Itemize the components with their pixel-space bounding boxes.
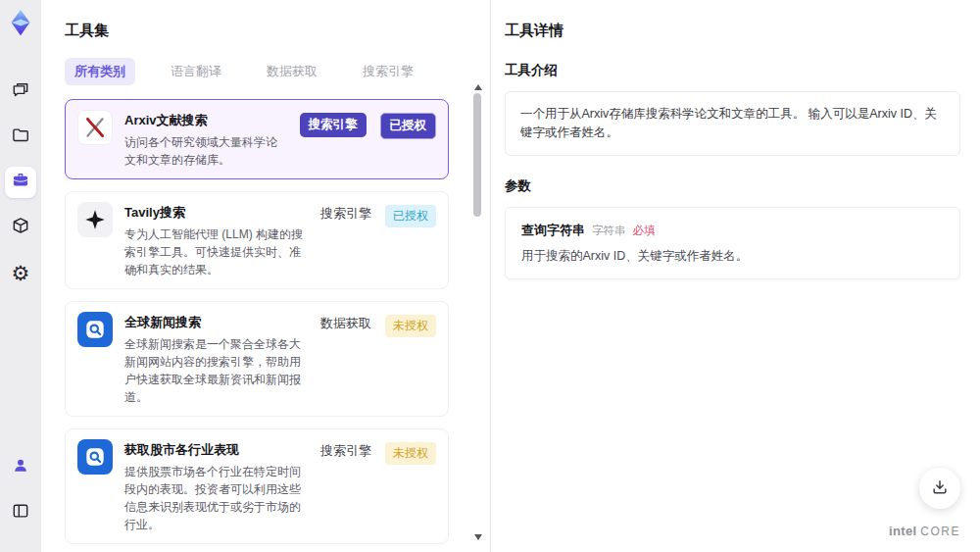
intel-core-logo: intel CORE bbox=[889, 524, 960, 538]
sidebar-item-settings[interactable]: ⚙ bbox=[5, 257, 36, 288]
app-window: ⚙ 工具集 所有类别语言翻译数据获取搜索引擎 bbox=[0, 0, 980, 552]
tool-category-tag: 搜索引擎 bbox=[300, 113, 367, 137]
param-card: 查询字符串 字符串 必填 用于搜索的Arxiv ID、关键字或作者姓名。 bbox=[505, 207, 960, 279]
tool-description: 专为人工智能代理 (LLM) 构建的搜索引擎工具。可快速提供实时、准确和真实的结… bbox=[124, 226, 309, 278]
tool-title: Tavily搜索 bbox=[124, 204, 309, 222]
scrollbar-up-arrow[interactable] bbox=[474, 84, 482, 90]
sidebar-item-files[interactable] bbox=[5, 122, 36, 153]
tool-title: 获取股市各行业表现 bbox=[124, 441, 309, 459]
param-name: 查询字符串 bbox=[521, 222, 585, 239]
sidebar-item-panel-toggle[interactable] bbox=[5, 497, 36, 528]
tool-description: 提供股票市场各个行业在特定时间段内的表现。投资者可以利用这些信息来识别表现优于或… bbox=[124, 463, 309, 533]
param-type: 字符串 bbox=[592, 224, 626, 238]
tool-auth-badge: 未授权 bbox=[385, 315, 436, 337]
detail-title: 工具详情 bbox=[505, 22, 960, 40]
tool-title: 全球新闻搜索 bbox=[124, 314, 309, 331]
sidebar-item-chat[interactable] bbox=[5, 76, 36, 108]
param-required-badge: 必填 bbox=[633, 224, 656, 238]
sidebar-item-tools[interactable] bbox=[5, 167, 36, 198]
category-tab[interactable]: 所有类别 bbox=[65, 58, 135, 85]
sidebar: ⚙ bbox=[0, 0, 41, 552]
download-icon bbox=[930, 477, 950, 500]
category-tab[interactable]: 数据获取 bbox=[257, 58, 327, 85]
news-search-icon bbox=[77, 439, 113, 475]
tool-category-tag: 搜索引擎 bbox=[320, 205, 371, 223]
category-tab[interactable]: 搜索引擎 bbox=[353, 58, 423, 85]
tool-list: Arxiv文献搜索 访问各个研究领域大量科学论文和文章的存储库。 搜索引擎 已授… bbox=[65, 99, 461, 552]
sidebar-item-account[interactable] bbox=[5, 452, 36, 483]
intel-wordmark: intel bbox=[889, 524, 916, 538]
package-icon bbox=[11, 216, 30, 239]
briefcase-icon bbox=[11, 171, 30, 194]
list-scrollbar[interactable] bbox=[472, 84, 482, 540]
page-title: 工具集 bbox=[65, 22, 461, 40]
tool-auth-badge: 已授权 bbox=[380, 113, 437, 139]
panel-toggle-icon bbox=[11, 501, 30, 525]
app-logo bbox=[6, 8, 35, 37]
tool-title: Arxiv文献搜索 bbox=[124, 112, 288, 129]
tool-description: 全球新闻搜索是一个聚合全球各大新闻网站内容的搜索引擎，帮助用户快速获取全球最新资… bbox=[124, 335, 309, 406]
core-wordmark: CORE bbox=[920, 525, 960, 538]
intro-text: 一个用于从Arxiv存储库搜索科学论文和文章的工具。 输入可以是Arxiv ID… bbox=[505, 91, 960, 156]
category-tab[interactable]: 语言翻译 bbox=[161, 58, 231, 85]
scrollbar-thumb[interactable] bbox=[473, 93, 481, 217]
gear-icon: ⚙ bbox=[12, 263, 30, 283]
category-tabs: 所有类别语言翻译数据获取搜索引擎 bbox=[65, 58, 461, 85]
tool-category-tag: 数据获取 bbox=[320, 315, 371, 332]
tool-list-panel: 工具集 所有类别语言翻译数据获取搜索引擎 Arxiv文献搜索 访问各个研究领域大… bbox=[41, 0, 490, 552]
params-heading: 参数 bbox=[505, 177, 960, 195]
sidebar-item-packages[interactable] bbox=[5, 212, 36, 243]
tool-description: 访问各个研究领域大量科学论文和文章的存储库。 bbox=[124, 133, 288, 169]
sparkle-icon bbox=[77, 202, 113, 237]
tool-auth-badge: 未授权 bbox=[385, 442, 436, 465]
param-description: 用于搜索的Arxiv ID、关键字或作者姓名。 bbox=[521, 248, 944, 265]
news-search-icon bbox=[77, 312, 113, 347]
folder-icon bbox=[11, 125, 30, 149]
chat-icon bbox=[11, 80, 30, 104]
tool-card[interactable]: Arxiv文献搜索 访问各个研究领域大量科学论文和文章的存储库。 搜索引擎 已授… bbox=[65, 99, 449, 179]
intro-heading: 工具介绍 bbox=[505, 62, 960, 79]
download-button[interactable] bbox=[919, 468, 960, 509]
tool-detail-panel: 工具详情 工具介绍 一个用于从Arxiv存储库搜索科学论文和文章的工具。 输入可… bbox=[491, 0, 980, 552]
tool-category-tag: 搜索引擎 bbox=[320, 442, 371, 460]
scrollbar-down-arrow[interactable] bbox=[474, 534, 482, 540]
tool-card[interactable]: 获取股市各行业表现 提供股票市场各个行业在特定时间段内的表现。投资者可以利用这些… bbox=[65, 428, 449, 544]
tool-card[interactable]: 全球新闻搜索 全球新闻搜索是一个聚合全球各大新闻网站内容的搜索引擎，帮助用户快速… bbox=[65, 301, 449, 417]
arxiv-logo-icon bbox=[77, 110, 113, 145]
tool-auth-badge: 已授权 bbox=[385, 205, 436, 227]
user-icon bbox=[11, 456, 30, 479]
tool-card[interactable]: Tavily搜索 专为人工智能代理 (LLM) 构建的搜索引擎工具。可快速提供实… bbox=[65, 191, 449, 289]
